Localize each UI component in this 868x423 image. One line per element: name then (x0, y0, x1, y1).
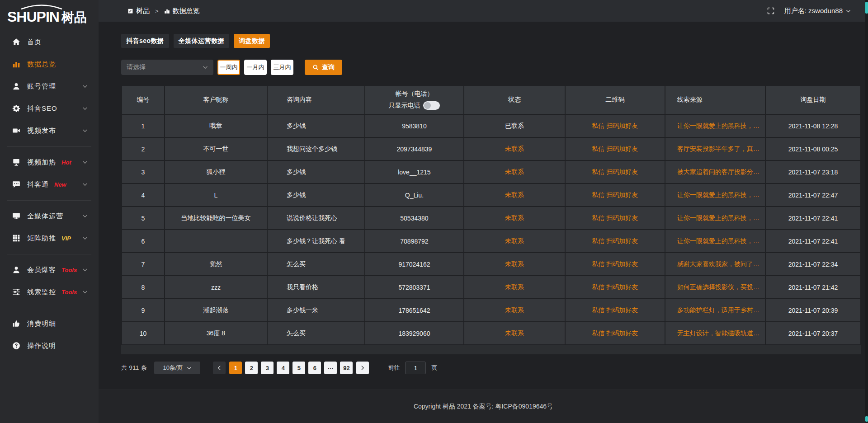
cell-status: 未联系 (464, 253, 565, 276)
cell-content: 说说价格让我死心 (267, 207, 365, 230)
cell-date: 2021-11-07 22:34 (765, 253, 861, 276)
page-button-2[interactable]: 2 (245, 362, 258, 374)
cell-qr-link[interactable]: 私信 扫码加好友 (565, 114, 665, 137)
page-button-6[interactable]: 6 (308, 362, 321, 374)
cell-source-link[interactable]: 让你一眼就爱上的黑科技，能... (665, 230, 765, 253)
table-row: 1036度 8怎么买183929060未联系私信 扫码加好友无主灯设计，智能磁吸… (122, 322, 861, 345)
prev-page-button[interactable] (213, 362, 226, 374)
copyright-text: Copyright 树品 2021 备案号: 粤ICP备09019646号 (414, 403, 553, 411)
user-menu[interactable]: 用户名: zswodun88 (784, 7, 851, 15)
filter-select[interactable]: 请选择 (121, 60, 213, 75)
sidebar-item-matrix-boost[interactable]: 矩阵助推VIP (0, 227, 99, 249)
page-more-button[interactable]: ··· (324, 362, 337, 374)
sidebar-item-account-management[interactable]: 账号管理 (0, 75, 99, 98)
chevron-down-icon (203, 65, 208, 70)
sidebar-item-douyin-seo[interactable]: 抖音SEO (0, 98, 99, 120)
cell-qr-link[interactable]: 私信 扫码加好友 (565, 230, 665, 253)
period-button-0[interactable]: 一周内 (217, 60, 240, 75)
next-page-button[interactable] (356, 362, 369, 374)
page-button-3[interactable]: 3 (261, 362, 274, 374)
sidebar-item-data-overview[interactable]: 数据总览 (0, 53, 99, 75)
search-button[interactable]: 查询 (305, 60, 342, 75)
page-button-5[interactable]: 5 (292, 362, 305, 374)
cell-source-link[interactable]: 让你一眼就爱上的黑科技，能... (665, 114, 765, 137)
cell-qr-link[interactable]: 私信 扫码加好友 (565, 137, 665, 160)
scrollbar-thumb-top[interactable] (865, 2, 868, 14)
sidebar-divider (7, 200, 91, 201)
page-size-select[interactable]: 10条/页 (154, 362, 200, 374)
scrollbar-thumb-bottom[interactable] (865, 416, 868, 422)
cell-source-link[interactable]: 多功能护栏灯，适用于乡村文... (665, 299, 765, 322)
sidebar-item-badge: VIP (61, 235, 71, 242)
cell-source-link[interactable]: 如何正确选择投影仪，买投影... (665, 276, 765, 299)
cell-account: 50534380 (365, 207, 464, 230)
footer: Copyright 树品 2021 备案号: 粤ICP备09019646号 (99, 390, 868, 423)
cell-status: 未联系 (464, 230, 565, 253)
cell-date: 2021-11-07 23:18 (765, 160, 861, 183)
table-row: 5当地比较能吃的一位美女说说价格让我死心50534380未联系私信 扫码加好友让… (122, 207, 861, 230)
table-row: 2不可一世我想问这个多少钱2097344839未联系私信 扫码加好友客厅安装投影… (122, 137, 861, 160)
tab-inquiry-data[interactable]: 询盘数据 (234, 34, 270, 48)
cell-qr-link[interactable]: 私信 扫码加好友 (565, 253, 665, 276)
period-button-2[interactable]: 三月内 (271, 60, 293, 75)
chevron-down-icon (82, 84, 88, 89)
topbar: 树品 > 数据总览 用户名: zswodun88 (99, 0, 868, 22)
cell-nickname: 不可一世 (165, 137, 267, 160)
sidebar-item-video-heating[interactable]: 视频加热Hot (0, 151, 99, 174)
video-camera-icon (12, 127, 20, 135)
fullscreen-icon[interactable] (767, 7, 774, 14)
cell-account: 183929060 (365, 322, 464, 345)
period-button-1[interactable]: 一月内 (244, 60, 267, 75)
page-button-92[interactable]: 92 (340, 362, 353, 374)
phone-only-toggle[interactable] (423, 101, 440, 110)
goto-page-input[interactable] (405, 362, 426, 374)
sidebar-divider (7, 308, 91, 308)
breadcrumb-root[interactable]: 树品 (136, 7, 150, 15)
sidebar-item-clue-monitor[interactable]: 线索监控Tools (0, 281, 99, 303)
cell-source-link[interactable]: 被大家追着问的客厅投影分享... (665, 160, 765, 183)
table-row: 4L多少钱Q_Liu.未联系私信 扫码加好友让你一眼就爱上的黑科技，能...20… (122, 183, 861, 207)
cell-id: 10 (122, 322, 165, 345)
cell-source-link[interactable]: 让你一眼就爱上的黑科技，能... (665, 183, 765, 207)
table-row: 8zzz我只看价格572803371未联系私信 扫码加好友如何正确选择投影仪，买… (122, 276, 861, 299)
cell-qr-link[interactable]: 私信 扫码加好友 (565, 160, 665, 183)
app-root: SHUPIN树品 首页数据总览账号管理抖音SEO视频发布视频加热Hot抖客通Ne… (0, 0, 868, 423)
cell-qr-link[interactable]: 私信 扫码加好友 (565, 183, 665, 207)
monitor-icon (12, 212, 20, 220)
cell-date: 2021-11-07 21:42 (765, 276, 861, 299)
cell-id: 7 (122, 253, 165, 276)
cell-source-link[interactable]: 客厅安装投影半年多了，真实... (665, 137, 765, 160)
sidebar-item-omni-media-operation[interactable]: 全媒体运营 (0, 205, 99, 227)
sidebar-item-label: 账号管理 (27, 82, 56, 91)
cell-qr-link[interactable]: 私信 扫码加好友 (565, 299, 665, 322)
tab-omni-media-data[interactable]: 全媒体运营数据 (174, 34, 230, 48)
sidebar-item-member-baoke[interactable]: 会员爆客Tools (0, 259, 99, 281)
logo-en: SHUPIN (7, 9, 59, 25)
page-scrollbar[interactable] (865, 0, 868, 423)
sidebar-item-douketong[interactable]: 抖客通New (0, 174, 99, 196)
sidebar-item-label: 全媒体运营 (27, 212, 63, 221)
cell-qr-link[interactable]: 私信 扫码加好友 (565, 322, 665, 345)
sidebar-item-home[interactable]: 首页 (0, 31, 99, 53)
cell-content: 多少钱 (267, 160, 365, 183)
cell-source-link[interactable]: 感谢大家喜欢我家，被问了好... (665, 253, 765, 276)
tab-douyin-seo-data[interactable]: 抖音seo数据 (121, 34, 169, 48)
sidebar-item-label: 会员爆客 (27, 266, 56, 274)
cell-account: 9583810 (365, 114, 464, 137)
cell-source-link[interactable]: 让你一眼就爱上的黑科技，能... (665, 207, 765, 230)
sidebar-item-video-publish[interactable]: 视频发布 (0, 120, 99, 142)
sidebar-item-operation-guide[interactable]: 操作说明 (0, 335, 99, 357)
cell-source-link[interactable]: 无主灯设计，智能磁吸轨道灯... (665, 322, 765, 345)
cell-account: 2097344839 (365, 137, 464, 160)
breadcrumb-separator: > (155, 8, 159, 14)
page-button-1[interactable]: 1 (229, 362, 242, 374)
sidebar-item-consumption-detail[interactable]: 消费明细 (0, 313, 99, 335)
cell-date: 2021-11-07 22:47 (765, 183, 861, 207)
spend-icon (12, 320, 20, 328)
cell-id: 8 (122, 276, 165, 299)
cell-qr-link[interactable]: 私信 扫码加好友 (565, 207, 665, 230)
cell-qr-link[interactable]: 私信 扫码加好友 (565, 276, 665, 299)
sidebar-item-label: 线索监控 (27, 288, 56, 296)
page-button-4[interactable]: 4 (277, 362, 289, 374)
cell-nickname: 当地比较能吃的一位美女 (165, 207, 267, 230)
